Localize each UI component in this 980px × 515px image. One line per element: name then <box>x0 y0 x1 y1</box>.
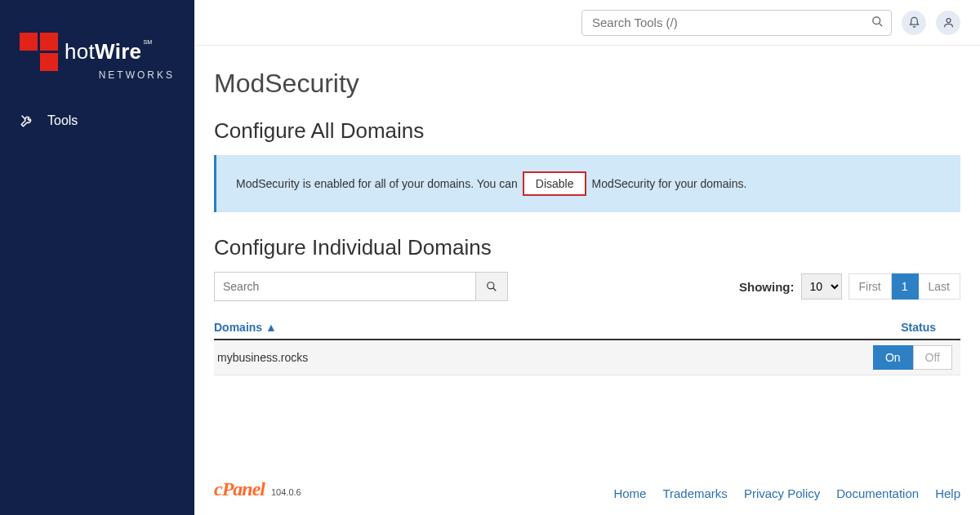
table-row: mybusiness.rocks On Off <box>214 340 960 375</box>
bell-icon <box>908 16 920 29</box>
user-icon <box>942 16 955 29</box>
footer-link-trademarks[interactable]: Trademarks <box>662 486 727 500</box>
footer-link-home[interactable]: Home <box>613 486 646 500</box>
footer-link-privacy[interactable]: Privacy Policy <box>744 486 820 500</box>
toggle-on[interactable]: On <box>873 345 913 370</box>
logo-icon <box>20 33 58 71</box>
brand-sm-mark: SM <box>143 39 152 45</box>
info-text-pre: ModSecurity is enabled for all of your d… <box>236 177 518 190</box>
disable-button[interactable]: Disable <box>523 171 587 196</box>
cpanel-version: 104.0.6 <box>271 487 301 497</box>
col-domains-header[interactable]: Domains ▲ <box>214 321 277 334</box>
pager-first[interactable]: First <box>849 273 892 300</box>
page-size-select[interactable]: 10 <box>801 273 842 300</box>
status-toggle: On Off <box>873 345 952 370</box>
footer-link-help[interactable]: Help <box>935 486 960 500</box>
sidebar: hotWireSM NETWORKS Tools <box>0 0 194 515</box>
configure-all-heading: Configure All Domains <box>214 118 960 144</box>
svg-point-4 <box>488 282 494 289</box>
brand-name-bold: Wire <box>95 39 141 64</box>
content: ModSecurity Configure All Domains ModSec… <box>194 46 980 470</box>
svg-point-3 <box>947 19 951 23</box>
showing-label: Showing: <box>739 280 795 294</box>
user-button[interactable] <box>936 11 960 35</box>
header <box>194 0 980 46</box>
svg-line-0 <box>22 116 25 119</box>
cpanel-logo: cPanel <box>214 478 265 500</box>
domain-search-input[interactable] <box>214 272 475 301</box>
sidebar-item-label: Tools <box>47 113 78 128</box>
info-alert: ModSecurity is enabled for all of your d… <box>214 155 960 212</box>
footer: cPanel 104.0.6 Home Trademarks Privacy P… <box>194 470 980 515</box>
search-icon <box>486 281 497 292</box>
domains-table: Domains ▲ Status mybusiness.rocks On Off <box>214 321 960 375</box>
tools-icon <box>20 113 34 128</box>
col-status-header[interactable]: Status <box>901 321 936 334</box>
page-title: ModSecurity <box>214 69 960 99</box>
sidebar-item-tools[interactable]: Tools <box>0 105 194 136</box>
footer-link-docs[interactable]: Documentation <box>836 486 919 500</box>
domain-name: mybusiness.rocks <box>217 351 308 364</box>
configure-individual-heading: Configure Individual Domains <box>214 235 960 260</box>
pager-page-1[interactable]: 1 <box>892 273 919 300</box>
domain-search-button[interactable] <box>475 272 508 301</box>
brand-subtext: NETWORKS <box>63 69 175 81</box>
svg-line-5 <box>493 288 497 291</box>
toggle-off[interactable]: Off <box>913 345 952 370</box>
info-text-post: ModSecurity for your domains. <box>591 177 746 190</box>
brand-logo: hotWireSM NETWORKS <box>0 23 194 105</box>
brand-name-prefix: hot <box>65 39 95 64</box>
search-input[interactable] <box>581 10 892 36</box>
pager-last[interactable]: Last <box>919 273 960 300</box>
notifications-button[interactable] <box>902 11 926 35</box>
